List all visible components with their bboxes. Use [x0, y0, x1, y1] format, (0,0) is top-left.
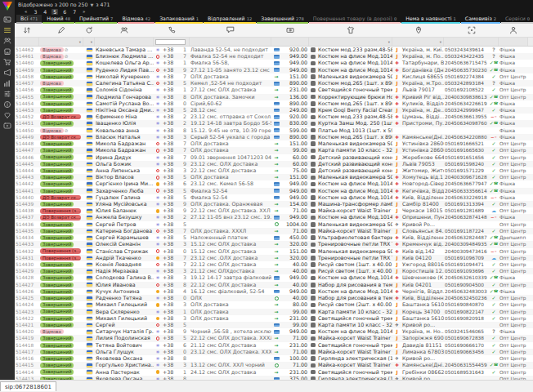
filter-cell-location[interactable]: ▾	[392, 38, 444, 46]
customer-name[interactable]: Сергей Карамышев	[95, 234, 154, 241]
table-row[interactable]: 514429ЗавершенийНадія Мерзаєва✳+38321.12…	[15, 268, 533, 274]
customer-name[interactable]: Салегина Татьяна С…	[95, 80, 154, 87]
ttn-number[interactable]: 0503243439614	[444, 47, 489, 53]
phone[interactable]: +38	[162, 140, 180, 147]
phone[interactable]: +38	[162, 134, 180, 140]
phone[interactable]: +38	[162, 74, 180, 80]
phone[interactable]: +38	[162, 255, 180, 261]
table-row[interactable]: 514460ЗавершенийКошелева Ольга Ар…✳+381Ф…	[15, 60, 533, 66]
phone[interactable]: +38	[162, 201, 180, 207]
customer-name[interactable]: Ольга Божик	[95, 161, 154, 167]
ttn-number[interactable]: 20450633226918	[444, 194, 489, 201]
customer-name[interactable]: Кошелева Ольга Ар…	[95, 60, 154, 66]
ttn-number[interactable]: 20450632483003	[444, 288, 489, 295]
phone[interactable]: +38	[162, 60, 180, 66]
phone[interactable]: +38	[162, 214, 180, 220]
customer-name[interactable]: Людмила Гончарова	[95, 94, 154, 100]
table-row[interactable]: 514423ЗавершенийВера Скляренко✳+381ОЛХ д…	[15, 309, 533, 315]
customer-name[interactable]: Сергей	[95, 322, 154, 328]
ttn-number[interactable]: 0501691187224	[444, 228, 489, 234]
sidebar-item-info[interactable]	[2, 99, 13, 109]
customer-name[interactable]: Ковальова анна	[95, 127, 154, 134]
tab-Відмова[interactable]: Відмова42	[118, 15, 155, 24]
ttn-number[interactable]: 0501690663456	[444, 349, 489, 355]
sidebar-item-gallery[interactable]	[2, 14, 13, 24]
ttn-number[interactable]: 20450636715475	[444, 60, 489, 66]
table-row[interactable]: 514422ЗавершенийМихаил Гилецький+383ОЛХ …	[15, 315, 533, 322]
customer-name[interactable]: Горгулько Христина…	[95, 362, 154, 368]
manager-column-header[interactable]	[499, 26, 528, 34]
ttn-number[interactable]: 0501691665630	[444, 147, 489, 154]
ttn-number[interactable]: 20400309671628	[444, 174, 489, 180]
filter-dropdown-icon[interactable]: ▾	[388, 40, 390, 44]
phone[interactable]: +38	[162, 67, 180, 74]
ttn-number[interactable]: 0501691651656	[444, 154, 489, 161]
ttn-number[interactable]: 20450634098760	[444, 120, 489, 127]
table-row[interactable]: 514414ЗавершенийАнна Пастернак+38124.12 …	[15, 369, 533, 376]
tab-Завершений[interactable]: Завершений278	[257, 15, 308, 24]
sidebar-item-orders[interactable]	[2, 24, 13, 35]
customer-name[interactable]: Близнюк Людмила …	[95, 53, 154, 60]
customer-name[interactable]: Руденко Лидия Пав…	[95, 67, 154, 74]
customer-name[interactable]: Ксенія Левадняя	[95, 261, 154, 268]
refresh-column-header[interactable]	[83, 26, 95, 34]
ttn-number[interactable]: 20450632450236	[444, 295, 489, 301]
filter-cell-refresh[interactable]: ▾	[83, 38, 95, 46]
page-size-caret-icon[interactable]: ▼	[90, 2, 93, 7]
table-row[interactable]: 514456ЗавершенийСоломія Сідоніна✳+38127.…	[15, 87, 533, 93]
table-row[interactable]: 514419ЗавершенийЛилия Подолинская+38522.…	[15, 335, 533, 341]
table-row[interactable]: 514461Відмова⊘Близнюк Людмила …+387Фиалк…	[15, 53, 533, 60]
table-row[interactable]: 514441ЗавершенийЗахарченко Люба+385Фиалк…	[15, 188, 533, 194]
phone[interactable]: +38	[162, 194, 180, 201]
table-row[interactable]: 514425ЗавершенийРадченко Тетяна✳+380ОЛХ4…	[15, 295, 533, 301]
filter-cell-customers[interactable]	[95, 38, 154, 46]
sidebar-item-care[interactable]	[2, 109, 13, 120]
filter-cell-manager[interactable]	[499, 38, 528, 46]
ttn-number[interactable]: 0503241546065	[444, 328, 489, 335]
customer-name[interactable]: Анна Липенська	[95, 167, 154, 174]
sidebar-item-promo[interactable]	[2, 67, 13, 78]
customer-name[interactable]: Радченко Тетяна	[95, 295, 154, 301]
filter-cell-sort[interactable]	[15, 38, 39, 46]
table-row[interactable]: 514418ЗавершенийТетяна Войтович✳+38621.1…	[15, 342, 533, 349]
ttn-number[interactable]: 0501689531643	[444, 369, 489, 376]
customer-name[interactable]: Лилия Подолинская	[95, 335, 154, 341]
table-row[interactable]: 514454ЗавершенийСамотій Руслана Во…✳+380…	[15, 100, 533, 107]
ttn-number[interactable]: 0501690672838	[444, 335, 489, 341]
customer-name[interactable]: Самотій Руслана Во…	[95, 100, 154, 107]
tab-Всі[interactable]: Всі471	[16, 15, 42, 24]
ttn-number[interactable]: 0501691281689	[444, 207, 489, 214]
ttn-number[interactable]: 0501690840870	[444, 301, 489, 308]
ttn-number[interactable]: 0501692108522	[444, 87, 489, 93]
table-row[interactable]: 514443ЗавершенийВіктор Власов+385ОЛХ дос…	[15, 174, 533, 180]
tracking-column-header[interactable]	[444, 26, 499, 34]
customer-name[interactable]: Михаил Гилецький	[95, 315, 154, 322]
phone[interactable]: +38	[162, 161, 180, 167]
customer-name[interactable]: Яковлева Оксана	[95, 355, 154, 362]
ttn-number[interactable]: 0501691571229	[444, 167, 489, 174]
table-row[interactable]: 514450Відмова⊘Ковальова анна✳+38815.12. …	[15, 127, 533, 134]
sidebar-item-cart[interactable]	[2, 56, 13, 67]
ttn-number[interactable]: 20450631554459	[444, 362, 489, 368]
ttn-number[interactable]: 0501690822147	[444, 309, 489, 315]
phone[interactable]: +38	[162, 288, 180, 295]
customer-name[interactable]: Андрій Ткаченко	[95, 255, 154, 261]
customer-name[interactable]: Николай Кучеренко	[95, 74, 154, 80]
phone[interactable]: +38	[162, 315, 180, 322]
ttn-number[interactable]: 20450636677947	[444, 180, 489, 187]
filter-cell-phone[interactable]	[154, 38, 190, 46]
customer-name[interactable]: Юлия Иванова	[95, 282, 154, 288]
table-row[interactable]: 514449ДО Возврат ск…Власюк Наталья✳+383С…	[15, 134, 533, 140]
ttn-number[interactable]: 20450634220880	[444, 134, 489, 140]
comment-column-header[interactable]	[190, 26, 271, 34]
phone[interactable]: +38	[162, 349, 180, 355]
customer-name[interactable]: Віктор Власов	[95, 174, 154, 180]
phone[interactable]: +38	[162, 87, 180, 93]
phone[interactable]: +38	[162, 234, 180, 241]
customer-name[interactable]: Нікітіна Оксана Дми…	[95, 107, 154, 114]
customer-name[interactable]: Солодкова Галина В…	[95, 274, 154, 281]
customer-name[interactable]: Каневська Тамара …	[95, 47, 154, 53]
table-row[interactable]: 514421ЗавершенийСергей+38599.00Карта пам…	[15, 322, 533, 328]
ttn-number[interactable]: 20450632610339	[444, 274, 489, 281]
table-row[interactable]: 514462Відмова⊘Каневська Тамара …✳+381Лав…	[15, 47, 533, 53]
